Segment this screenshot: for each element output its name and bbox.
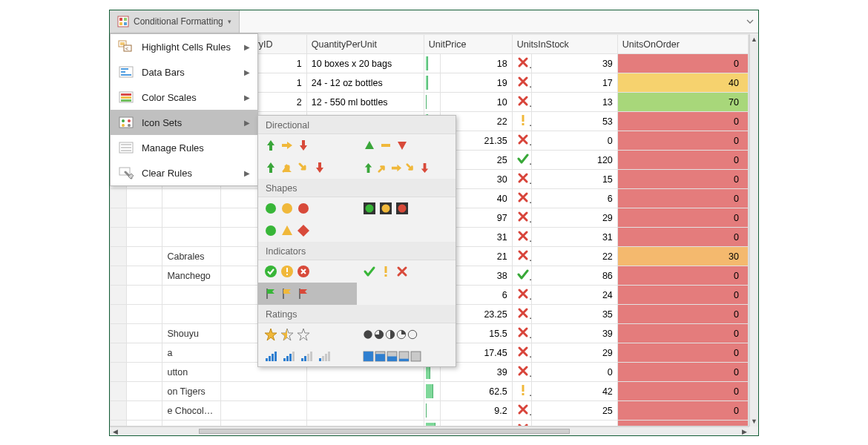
iconset-3-symbols[interactable] xyxy=(357,260,456,283)
cell-stock[interactable]: 39 xyxy=(532,54,617,73)
scroll-down-icon[interactable]: ▼ xyxy=(750,416,758,426)
row-selector[interactable] xyxy=(111,382,127,401)
scroll-up-icon[interactable]: ▲ xyxy=(750,34,758,44)
cell-category[interactable] xyxy=(221,421,306,427)
cell-order[interactable]: 0 xyxy=(617,112,748,131)
scroll-right-icon[interactable]: ▶ xyxy=(739,427,749,435)
iconset-3-stars[interactable] xyxy=(258,323,357,346)
cell-id[interactable] xyxy=(126,266,162,286)
cell-id[interactable] xyxy=(126,305,162,324)
table-row[interactable]: e Chocolate9.2250 xyxy=(111,401,749,421)
cell-stock[interactable]: 31 xyxy=(532,228,617,247)
cell-name[interactable]: utton xyxy=(162,363,221,382)
cell-order[interactable]: 0 xyxy=(617,343,748,363)
vertical-scrollbar[interactable]: ▲ ▼ xyxy=(749,34,758,426)
row-selector[interactable] xyxy=(111,247,127,266)
cell-order[interactable]: 0 xyxy=(617,382,748,401)
cell-price[interactable]: 62.5 xyxy=(440,382,512,401)
toolbar-overflow-icon[interactable] xyxy=(742,10,758,33)
cell-qpu[interactable]: 24 - 12 oz bottles xyxy=(306,73,424,93)
cell-name[interactable] xyxy=(162,228,221,247)
iconset-5-quarters[interactable] xyxy=(357,323,456,346)
cell-id[interactable] xyxy=(126,247,162,266)
cell-stock[interactable]: 25 xyxy=(532,401,617,421)
iconset-5-arrows-colored[interactable] xyxy=(357,156,456,179)
conditional-formatting-button[interactable]: Conditional Formatting ▾ xyxy=(110,10,240,33)
cell-order[interactable]: 0 xyxy=(617,170,748,189)
cell-stock[interactable]: 0 xyxy=(532,363,617,382)
cell-order[interactable]: 70 xyxy=(617,93,748,112)
cell-stock[interactable]: 13 xyxy=(532,93,617,112)
cell-order[interactable]: 0 xyxy=(617,324,748,343)
cell-order[interactable]: 0 xyxy=(617,421,748,427)
iconset-3-triangles[interactable] xyxy=(357,134,456,156)
cell-price[interactable]: 19 xyxy=(440,73,512,93)
cell-qpu[interactable]: 10 boxes x 20 bags xyxy=(306,54,424,73)
cell-name[interactable]: e Chocolate xyxy=(162,401,221,421)
cell-name[interactable] xyxy=(162,286,221,305)
cell-stock[interactable]: 35 xyxy=(532,305,617,324)
cell-stock[interactable]: 40 xyxy=(532,421,617,427)
menu-clear-rules[interactable]: Clear Rules ▶ xyxy=(111,160,257,185)
cell-name[interactable]: Manchego xyxy=(162,266,221,286)
cell-name[interactable]: Shouyu xyxy=(162,324,221,343)
cell-stock[interactable]: 86 xyxy=(532,266,617,286)
menu-icon-sets[interactable]: Icon Sets ▶ xyxy=(111,110,257,135)
iconset-3-signs[interactable] xyxy=(258,220,357,242)
cell-id[interactable] xyxy=(126,382,162,401)
menu-color-scales[interactable]: Color Scales ▶ xyxy=(111,85,257,110)
scroll-thumb[interactable] xyxy=(199,429,570,434)
cell-id[interactable] xyxy=(126,324,162,343)
cell-name[interactable] xyxy=(162,305,221,324)
cell-price[interactable]: 9.2 xyxy=(440,401,512,421)
row-selector[interactable] xyxy=(111,421,127,427)
cell-id[interactable] xyxy=(126,189,162,208)
iconset-3-arrows-colored[interactable] xyxy=(258,134,357,156)
cell-order[interactable]: 0 xyxy=(617,266,748,286)
cell-category[interactable] xyxy=(221,382,306,401)
cell-name[interactable] xyxy=(162,189,221,208)
cell-stock[interactable]: 29 xyxy=(532,208,617,228)
header-price[interactable]: UnitPrice xyxy=(424,35,512,54)
cell-name[interactable] xyxy=(162,208,221,228)
cell-id[interactable] xyxy=(126,343,162,363)
row-selector[interactable] xyxy=(111,401,127,421)
cell-order[interactable]: 30 xyxy=(617,247,748,266)
iconset-4-ratings-bars[interactable] xyxy=(258,346,357,366)
row-selector[interactable] xyxy=(111,189,127,208)
cell-name[interactable]: ney's xyxy=(162,421,221,427)
horizontal-scrollbar[interactable]: ◀ ▶ xyxy=(110,426,749,435)
cell-stock[interactable]: 53 xyxy=(532,112,617,131)
cell-order[interactable]: 0 xyxy=(617,208,748,228)
cell-order[interactable]: 0 xyxy=(617,151,748,170)
row-selector[interactable] xyxy=(111,305,127,324)
cell-order[interactable]: 0 xyxy=(617,363,748,382)
header-order[interactable]: UnitsOnOrder xyxy=(617,35,748,54)
cell-stock[interactable]: 24 xyxy=(532,286,617,305)
row-selector[interactable] xyxy=(111,363,127,382)
cell-order[interactable]: 0 xyxy=(617,305,748,324)
row-selector[interactable] xyxy=(111,286,127,305)
cell-price[interactable]: 81 xyxy=(440,421,512,427)
cell-name[interactable]: Cabrales xyxy=(162,247,221,266)
cell-id[interactable] xyxy=(126,421,162,427)
cell-name[interactable]: a xyxy=(162,343,221,363)
row-selector[interactable] xyxy=(111,324,127,343)
cell-qpu[interactable] xyxy=(306,401,424,421)
cell-stock[interactable]: 22 xyxy=(532,247,617,266)
cell-order[interactable]: 0 xyxy=(617,189,748,208)
header-stock[interactable]: UnitsInStock xyxy=(512,35,617,54)
cell-stock[interactable]: 120 xyxy=(532,151,617,170)
menu-data-bars[interactable]: Data Bars ▶ xyxy=(111,59,257,85)
cell-order[interactable]: 0 xyxy=(617,131,748,151)
table-row[interactable]: ney's81400 xyxy=(111,421,749,427)
row-selector[interactable] xyxy=(111,266,127,286)
cell-stock[interactable]: 17 xyxy=(532,73,617,93)
menu-manage-rules[interactable]: Manage Rules xyxy=(111,135,257,160)
cell-id[interactable] xyxy=(126,363,162,382)
iconset-3-traffic-lights[interactable] xyxy=(258,197,357,220)
table-row[interactable]: on Tigers62.5420 xyxy=(111,382,749,401)
cell-stock[interactable]: 15 xyxy=(532,170,617,189)
cell-order[interactable]: 0 xyxy=(617,228,748,247)
iconset-4-arrows-colored[interactable] xyxy=(258,156,357,179)
